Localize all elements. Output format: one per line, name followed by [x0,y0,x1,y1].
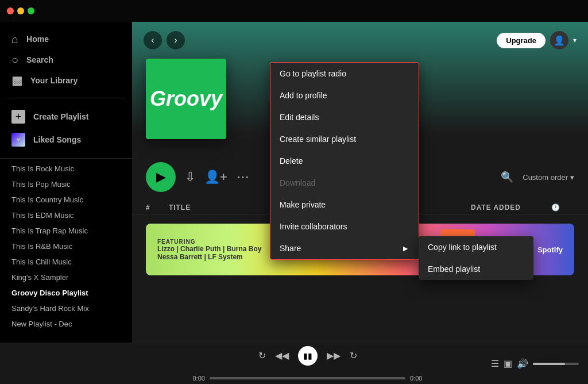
minimize-button[interactable] [17,7,24,14]
close-button[interactable] [7,7,14,14]
prev-button[interactable]: ◀◀ [275,350,289,361]
sidebar-actions: + Create Playlist ♥ Liked Songs [0,101,132,156]
sidebar-playlist-list: This Is Rock Music This Is Pop Music Thi… [0,158,132,334]
context-share-label: Share [280,244,301,253]
playlist-item-newdec[interactable]: New Playlist - Dec [0,316,132,332]
context-share-arrow: ► [401,244,409,253]
progress-bar[interactable]: 0:00 0:00 [193,375,423,382]
context-add-profile[interactable]: Add to profile [270,85,419,106]
playlist-item-sandy[interactable]: Sandy's Hard Rock Mix [0,301,132,316]
library-icon: ▩ [11,75,22,86]
submenu-embed[interactable]: Embed playlist [419,258,533,280]
context-share[interactable]: Share ► Copy link to playlist Embed play… [270,237,419,259]
player-buttons: ↻ ◀◀ ▮▮ ▶▶ ↻ [258,346,357,366]
playlist-item-groovy[interactable]: Groovy Disco Playlist [0,285,132,301]
sidebar-search-label: Search [26,55,53,64]
sidebar-library-label: Your Library [30,76,78,85]
context-make-private[interactable]: Make private [270,194,419,216]
sidebar: ⌂ Home ○ Search ▩ Your Library + Create … [0,22,132,343]
player-controls: ↻ ◀◀ ▮▮ ▶▶ ↻ 0:00 0:00 [133,346,482,382]
liked-songs-label: Liked Songs [33,135,81,144]
playlist-item-rock[interactable]: This Is Rock Music [0,161,132,176]
sidebar-item-search[interactable]: ○ Search [5,49,127,70]
playlist-item-kings[interactable]: King's X Sampler [0,270,132,285]
content-area: ‹ › Upgrade 👤 ▾ Groovy ▶ ⇩ 👤+ ⋯ 🔍 Custom… [132,22,588,343]
next-button[interactable]: ▶▶ [327,350,341,361]
liked-songs-item[interactable]: ♥ Liked Songs [5,128,127,151]
sidebar-nav: ⌂ Home ○ Search ▩ Your Library [0,22,132,95]
playlist-item-pop[interactable]: This Is Pop Music [0,176,132,192]
submenu-copy-link[interactable]: Copy link to playlist [419,236,533,258]
playlist-item-trap[interactable]: This Is Trap Rap Music [0,223,132,239]
home-icon: ⌂ [11,33,18,45]
traffic-lights [7,7,34,14]
devices-button[interactable]: ▣ [504,358,512,369]
share-submenu: Copy link to playlist Embed playlist [419,236,533,280]
playlist-item-edm[interactable]: This Is EDM Music [0,208,132,223]
title-bar [0,0,588,22]
playlist-item-chill[interactable]: This Is Chill Music [0,254,132,270]
queue-button[interactable]: ☰ [491,358,499,369]
pause-button[interactable]: ▮▮ [298,346,318,366]
create-playlist-icon: + [11,110,25,124]
create-playlist-label: Create Playlist [33,112,89,121]
volume-fill [533,363,565,365]
sidebar-home-label: Home [26,34,49,44]
volume-button[interactable]: 🔊 [517,358,528,369]
volume-bar[interactable] [533,363,579,365]
sidebar-item-library[interactable]: ▩ Your Library [5,70,127,91]
progress-track[interactable] [210,377,405,379]
context-goto-radio[interactable]: Go to playlist radio [270,63,419,85]
context-create-similar[interactable]: Create similar playlist [270,128,419,150]
sidebar-item-home[interactable]: ⌂ Home [5,29,127,49]
playlist-item-country[interactable]: This Is Country Music [0,192,132,208]
player-right: ☰ ▣ 🔊 [491,358,579,369]
context-menu: Go to playlist radio Add to profile Edit… [270,62,419,260]
create-playlist-item[interactable]: + Create Playlist [5,105,127,128]
context-invite-collab[interactable]: Invite collaborators [270,216,419,237]
context-download: Download [270,172,419,194]
context-menu-overlay[interactable]: Go to playlist radio Add to profile Edit… [132,22,588,343]
context-edit-details[interactable]: Edit details [270,106,419,128]
time-total: 0:00 [410,375,422,382]
main-layout: ⌂ Home ○ Search ▩ Your Library + Create … [0,22,588,343]
time-current: 0:00 [193,375,205,382]
search-icon: ○ [11,54,18,66]
player-bar: ↻ ◀◀ ▮▮ ▶▶ ↻ 0:00 0:00 ☰ ▣ 🔊 [0,343,588,384]
fullscreen-button[interactable] [28,7,34,14]
playlist-item-rnb[interactable]: This Is R&B Music [0,239,132,254]
sidebar-divider [7,98,125,98]
liked-songs-icon: ♥ [11,133,25,147]
context-delete[interactable]: Delete [270,150,419,172]
repeat-button[interactable]: ↻ [350,350,357,361]
shuffle-button[interactable]: ↻ [258,350,266,361]
